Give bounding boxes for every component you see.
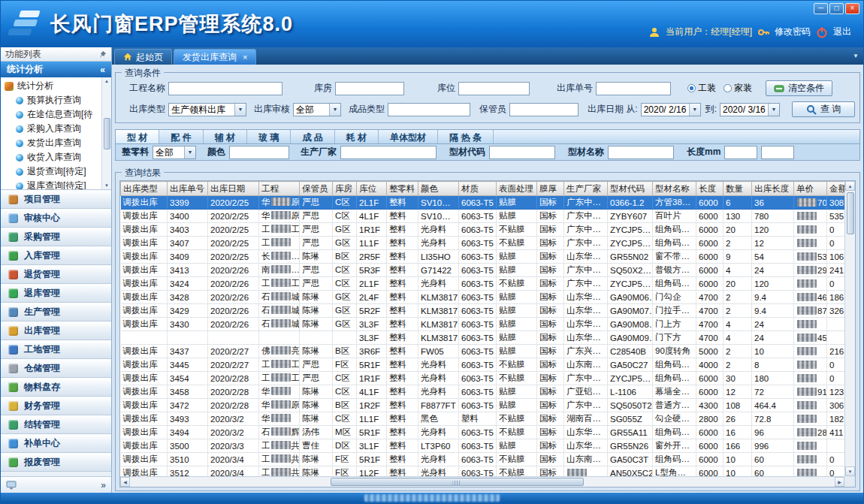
column-header[interactable]: 膜厚 <box>537 182 564 196</box>
location-input[interactable] <box>458 82 530 95</box>
column-header[interactable]: 出库单号 <box>168 182 208 196</box>
change-password-link[interactable]: 修改密码 <box>775 26 811 38</box>
table-row[interactable]: 调拨出库34542020/2/28工工程严思C区1R1F整料光身料6063-T5… <box>121 372 845 385</box>
tree-item[interactable]: 退货查询[待定] <box>5 164 101 179</box>
column-header[interactable]: 型材代码 <box>608 182 653 196</box>
sidebar-accordion-item[interactable]: 报废管理 <box>1 453 111 472</box>
table-row[interactable]: 调拨出库34582020/2/28华陈琳C区4L1F整料光身料6063-T5贴膜… <box>121 385 845 399</box>
table-row[interactable]: 调拨出库34092020/2/25长…陈琳B区2R5F整料LI35HO6063-… <box>121 250 845 264</box>
table-row[interactable]: 3L3F整料KLM38176063-T5贴膜国标山东华…GA90M09…门下方4… <box>121 331 845 345</box>
order-no-input[interactable] <box>596 82 671 95</box>
column-header[interactable]: 单价 <box>794 182 827 196</box>
table-row[interactable]: 调拨出库35122020/3/4工共工程陈琳F区1L2F整料光身料6063-T5… <box>121 466 845 477</box>
table-row[interactable]: 调拨出库34132020/2/26南…严思C区5R3F整料G714226063-… <box>121 264 845 277</box>
scroll-right-icon[interactable]: ▶ <box>835 477 844 487</box>
color-input[interactable] <box>229 146 289 159</box>
table-row[interactable]: 调拨出库34932020/3/2华陈琳C区1L1F整料黑色塑料不贴膜国标湖南百…… <box>121 412 845 426</box>
tab-home[interactable]: 起始页 <box>114 49 172 65</box>
sidebar-accordion-item[interactable]: 结转管理 <box>1 415 111 434</box>
column-header[interactable]: 生产厂家 <box>564 182 608 196</box>
vertical-scroll-thumb[interactable] <box>847 192 854 234</box>
manufacturer-input[interactable] <box>340 146 437 159</box>
profile-code-input[interactable] <box>489 146 555 159</box>
warehouse-input[interactable] <box>335 82 404 95</box>
material-tab[interactable]: 配 件 <box>159 130 203 143</box>
scroll-down-icon[interactable]: ▼ <box>104 183 109 188</box>
material-tab[interactable]: 辅 材 <box>204 130 247 143</box>
sidebar-more-button[interactable]: » <box>101 480 106 490</box>
pin-icon[interactable] <box>98 50 107 59</box>
tree-item[interactable]: 退库查询[待定] <box>5 179 101 190</box>
sidebar-accordion-item[interactable]: 入库管理 <box>1 246 111 265</box>
table-row[interactable]: 调拨出库34002020/2/25华原…严思C区4L1F整料SV10…6063-… <box>121 210 845 223</box>
column-header[interactable]: 出库类型 <box>121 182 168 196</box>
column-header[interactable]: 工程 <box>259 182 300 196</box>
table-row[interactable]: 调拨出库35002020/3/3工共工程曹佳D区3L1F整料LT3P606063… <box>121 439 845 453</box>
tree-item[interactable]: 采购入库查询 <box>5 122 101 136</box>
out-type-select[interactable]: 生产领料出库 ▼ <box>168 103 246 116</box>
tree-item[interactable]: 在途信息查询[待 <box>5 107 101 122</box>
table-row[interactable]: 调拨出库33992020/2/25华原…严思C区2L1F整料SV10…6063-… <box>121 196 845 210</box>
scroll-down-icon[interactable]: ▼ <box>845 466 855 476</box>
table-row[interactable]: 调拨出库34072020/2/25工严思G区1L1F整料光身料6063-T5不贴… <box>121 237 845 250</box>
clear-conditions-button[interactable]: 清空条件 <box>766 80 832 96</box>
date-from-picker[interactable]: 2020/ 2/16 ▼ <box>641 103 701 116</box>
table-row[interactable]: 调拨出库34722020/2/28华原…陈琳B区1R2F整料F8877FT606… <box>121 399 845 412</box>
table-row[interactable]: 调拨出库34372020/2/27佛亮…陈琳B区3R6F整料FW056063-T… <box>121 345 845 358</box>
sidebar-accordion-item[interactable]: 仓储管理 <box>1 359 111 378</box>
column-header[interactable]: 颜色 <box>418 182 459 196</box>
column-header[interactable]: 库房 <box>333 182 357 196</box>
close-button[interactable]: × <box>845 3 859 14</box>
column-header[interactable]: 库位 <box>357 182 387 196</box>
sidebar-accordion-item[interactable]: 退货管理 <box>1 265 111 284</box>
table-row[interactable]: 调拨出库34282020/2/26石城陈琳G区2L4F整料KLM38176063… <box>121 291 845 304</box>
sidebar-accordion-item[interactable]: 财务管理 <box>1 397 111 415</box>
audit-select[interactable]: 全部 ▼ <box>293 103 341 116</box>
table-row[interactable]: 调拨出库34942020/3/2石辉城汤伟M区5R1F整料光身料6063-T5不… <box>121 426 845 439</box>
table-row[interactable]: 调拨出库35102020/3/4工共工程陈琳F区5R1F整料光身料6063-T5… <box>121 453 845 466</box>
grid-horizontal-scrollbar[interactable]: ◀ ▶ <box>120 476 844 487</box>
column-header[interactable]: 整零料 <box>387 182 418 196</box>
material-tab[interactable]: 耗 材 <box>335 130 379 143</box>
table-row[interactable]: 调拨出库34452020/2/27工工程严思F区5R1F整料光身料6063-T5… <box>121 358 845 372</box>
radio-jiazhuang[interactable]: 家装 <box>724 82 752 95</box>
maximize-button[interactable]: □ <box>829 3 844 14</box>
sidebar-accordion-item[interactable]: 物料盘存 <box>1 378 111 397</box>
scroll-up-icon[interactable]: ▲ <box>845 181 855 191</box>
scroll-up-icon[interactable]: ▲ <box>104 79 109 83</box>
material-tab[interactable]: 单体型材 <box>379 130 438 143</box>
tree-scrollbar[interactable]: ▲ ▼ <box>101 77 111 189</box>
horizontal-scroll-thumb[interactable] <box>331 478 584 486</box>
column-header[interactable]: 表面处理 <box>497 182 537 196</box>
logout-button[interactable]: 退出 <box>833 26 851 38</box>
product-type-input[interactable] <box>388 103 470 116</box>
sidebar-accordion-item[interactable]: 采购管理 <box>1 228 111 246</box>
whole-piece-select[interactable]: 全部 ▼ <box>153 146 196 159</box>
sidebar-accordion-item[interactable]: 出库管理 <box>1 321 111 340</box>
grid-vertical-scrollbar[interactable]: ▲ ▼ <box>844 181 855 476</box>
tab-close-icon[interactable]: × <box>243 53 247 62</box>
column-header[interactable]: 金额 <box>827 182 845 196</box>
sidebar-accordion-item[interactable]: 项目管理 <box>1 190 111 209</box>
monitor-icon[interactable] <box>6 481 17 490</box>
length-from-input[interactable] <box>724 146 757 159</box>
sidebar-accordion-item[interactable]: 审核中心 <box>1 209 111 228</box>
column-header[interactable]: 数量 <box>724 182 752 196</box>
table-row[interactable]: 调拨出库34302020/2/26石城陈琳G区3L3F整料KLM38176063… <box>121 318 845 331</box>
tab-list-dropdown-icon[interactable]: ▼ <box>853 53 859 59</box>
radio-gongzhuang[interactable]: 工装 <box>687 82 716 95</box>
tab-shipping-outbound-query[interactable]: 发货出库查询 × <box>174 49 256 65</box>
column-header[interactable]: 型材名称 <box>653 182 696 196</box>
sidebar-accordion-item[interactable]: 生产管理 <box>1 303 111 321</box>
sidebar-accordion-item[interactable]: 补单中心 <box>1 434 111 453</box>
sidebar-accordion-item[interactable]: 工地管理 <box>1 340 111 359</box>
table-row[interactable]: 调拨出库34242020/2/26工工程严思C区2L1F整料光身料6063-T5… <box>121 277 845 291</box>
column-header[interactable]: 长度 <box>696 182 724 196</box>
search-button[interactable]: 查 询 <box>792 101 855 117</box>
column-header[interactable]: 出库日期 <box>208 182 259 196</box>
keeper-input[interactable] <box>509 103 579 116</box>
tree-root[interactable]: 统计分析 <box>5 79 101 93</box>
project-name-input[interactable] <box>168 82 282 95</box>
column-header[interactable]: 材质 <box>459 182 497 196</box>
table-row[interactable]: 调拨出库34292020/2/26石城陈琳G区5R2F整料KLM38176063… <box>121 304 845 318</box>
